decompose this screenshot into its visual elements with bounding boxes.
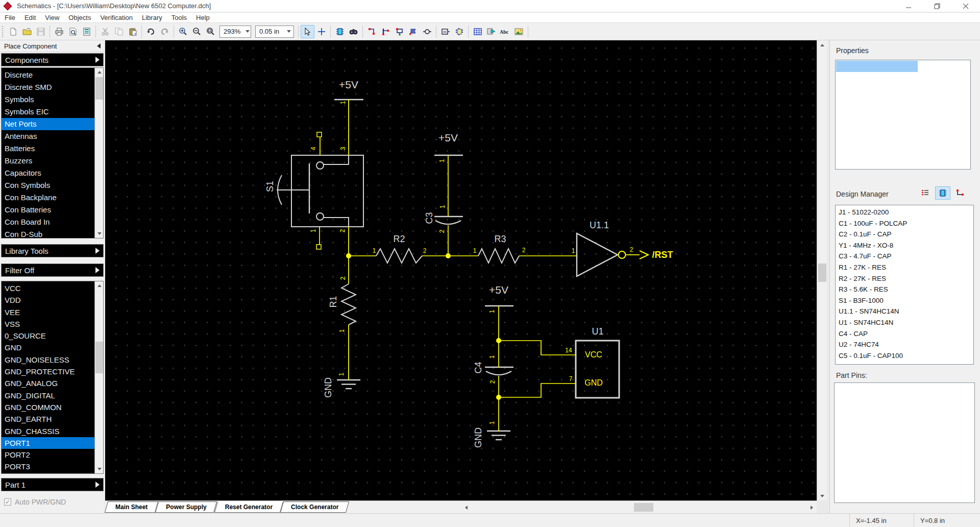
node-icon[interactable] xyxy=(420,25,434,38)
pin-number[interactable]: 1 xyxy=(438,159,446,163)
pin-number[interactable]: 1 xyxy=(439,205,446,209)
part-item[interactable]: 0_SOURCE xyxy=(2,330,94,342)
design-manager-item[interactable]: R2 - 27K - RES xyxy=(836,273,973,284)
text-tool-icon[interactable]: Abc xyxy=(498,25,512,38)
pin-number[interactable]: 1 xyxy=(339,101,347,105)
component-group-item[interactable]: Antennas xyxy=(2,130,94,142)
part-item[interactable]: GND_EARTH xyxy=(2,413,94,425)
print-icon[interactable] xyxy=(52,25,66,38)
component-group-item[interactable]: Symbols EIC xyxy=(2,106,94,118)
part-item[interactable]: VEE xyxy=(2,306,94,318)
pin-number[interactable]: 2 xyxy=(423,247,427,254)
properties-selected-row[interactable] xyxy=(836,61,918,72)
pin-manager-icon[interactable] xyxy=(918,186,933,200)
pin-number[interactable]: 1 xyxy=(373,247,376,254)
canvas-vertical-scrollbar[interactable] xyxy=(817,40,827,500)
bus-connection-icon[interactable] xyxy=(393,25,406,38)
pin-number[interactable]: 2 xyxy=(630,246,633,253)
part-item[interactable]: GND xyxy=(2,342,94,353)
ic-pin-name-vcc[interactable]: VCC xyxy=(585,350,602,360)
ic-pin-name-gnd[interactable]: GND xyxy=(584,378,603,388)
print-preview-icon[interactable] xyxy=(66,25,80,38)
titles-sheet-icon[interactable] xyxy=(80,25,93,38)
paste-icon[interactable] xyxy=(126,25,139,38)
gnd-label-2[interactable]: GND xyxy=(473,427,484,448)
components-view-icon[interactable] xyxy=(935,186,950,200)
pin-number[interactable]: 2 xyxy=(522,247,526,254)
design-manager-item[interactable]: C1 - 100uF - POLCAP xyxy=(836,218,973,229)
zoom-window-icon[interactable] xyxy=(204,25,217,38)
design-manager-item[interactable]: J1 - 51022-0200 xyxy=(836,207,973,218)
components-header[interactable]: Components xyxy=(1,53,104,66)
design-manager-item[interactable]: U1 - SN74HC14N xyxy=(836,317,973,328)
pin-number[interactable]: 1 xyxy=(338,329,346,333)
component-group-item[interactable]: Capacitors xyxy=(2,167,94,179)
collapse-panel-icon[interactable] xyxy=(97,43,101,49)
design-manager-item[interactable]: C3 - 4.7uF - CAP xyxy=(836,251,973,262)
pin-number[interactable]: 3 xyxy=(339,147,347,151)
pin-number[interactable]: 2 xyxy=(339,277,347,280)
design-manager-item[interactable]: U1.1 - SN74HC14N xyxy=(836,306,973,317)
part-list-scrollbar[interactable] xyxy=(94,281,103,473)
menu-item[interactable]: File xyxy=(0,13,20,22)
design-manager-item[interactable]: C4 - CAP xyxy=(836,328,973,340)
design-manager-item[interactable]: R1 - 27K - RES xyxy=(836,262,973,273)
part-item[interactable]: GND_CHASSIS xyxy=(2,425,94,437)
refdes-u1[interactable]: U1 xyxy=(592,326,603,337)
design-manager-item[interactable]: C5 - 0.1uF - CAP100 xyxy=(836,350,973,362)
component-group-item[interactable]: Batteries xyxy=(2,142,94,155)
filter-header[interactable]: Filter Off xyxy=(1,264,104,277)
design-manager-item[interactable]: U2 - 74HC74 xyxy=(836,339,973,350)
refdes-u1-1[interactable]: U1.1 xyxy=(590,220,609,231)
design-manager-item[interactable]: C2 - 0.1uF - CAP xyxy=(836,229,973,240)
zoom-level-select[interactable]: 293% xyxy=(219,26,251,38)
pin-number[interactable]: 2 xyxy=(438,230,446,233)
net-port-icon[interactable] xyxy=(406,25,420,38)
properties-list[interactable] xyxy=(835,60,971,170)
net-port-rst[interactable]: /RST xyxy=(652,250,673,260)
library-tools-header[interactable]: Library Tools xyxy=(1,244,104,257)
minimize-button[interactable] xyxy=(894,0,923,12)
auto-pwr-gnd-checkbox[interactable]: ✓ xyxy=(4,498,11,506)
component-group-item[interactable]: Con Board In xyxy=(2,216,94,228)
zoom-in-icon[interactable] xyxy=(176,25,190,38)
component-group-item[interactable]: Con Symbols xyxy=(2,179,94,191)
place-bus-icon[interactable] xyxy=(379,25,393,38)
part-item[interactable]: GND_DIGITAL xyxy=(2,390,94,401)
crosshair-tool-icon[interactable] xyxy=(314,25,328,38)
sheet-tab[interactable]: Main Sheet xyxy=(106,501,157,513)
power-label-5v-3[interactable]: +5V xyxy=(489,284,508,296)
refdes-c3[interactable]: C3 xyxy=(424,212,435,224)
logic-gate-icon[interactable]: HC xyxy=(438,25,452,38)
zoom-out-icon[interactable] xyxy=(190,25,204,38)
open-icon[interactable] xyxy=(20,25,34,38)
design-manager-item[interactable]: S1 - B3F-1000 xyxy=(836,295,973,306)
grid-size-select[interactable]: 0.05 in xyxy=(255,26,294,38)
refdes-c4[interactable]: C4 xyxy=(473,362,484,373)
nets-view-icon[interactable] xyxy=(952,186,968,200)
component-group-item[interactable]: Symbols xyxy=(2,93,94,106)
part-item[interactable]: PORT2 xyxy=(2,449,94,461)
design-manager-item[interactable]: Y1 - 4MHz - XO-8 xyxy=(836,240,973,251)
part-item[interactable]: VDD xyxy=(2,294,94,306)
redo-icon[interactable] xyxy=(158,25,172,38)
hierarchy-block-icon[interactable] xyxy=(452,25,466,38)
menu-item[interactable]: Help xyxy=(191,13,214,22)
pin-number[interactable]: 1 xyxy=(310,229,317,233)
menu-item[interactable]: View xyxy=(40,13,64,22)
pin-number[interactable]: 7 xyxy=(569,375,573,382)
part-item[interactable]: GND_PROTECTIVE xyxy=(2,366,94,377)
menu-item[interactable]: Verification xyxy=(95,13,137,22)
picture-tool-icon[interactable] xyxy=(512,25,526,38)
component-group-item[interactable]: Con Batteries xyxy=(2,204,94,216)
pin-number[interactable]: 1 xyxy=(572,247,575,254)
part-pins-list[interactable] xyxy=(834,382,975,503)
part-item[interactable]: PORT1 xyxy=(2,437,94,449)
pin-number[interactable]: 4 xyxy=(310,147,317,151)
pin-number[interactable]: 2 xyxy=(489,380,496,384)
refdes-r2[interactable]: R2 xyxy=(393,234,405,245)
place-wire-icon[interactable] xyxy=(365,25,379,38)
component-group-item[interactable]: Buzzers xyxy=(2,155,94,167)
component-group-item[interactable]: Discrete SMD xyxy=(2,81,94,93)
part-selector-header[interactable]: Part 1 xyxy=(1,478,104,491)
